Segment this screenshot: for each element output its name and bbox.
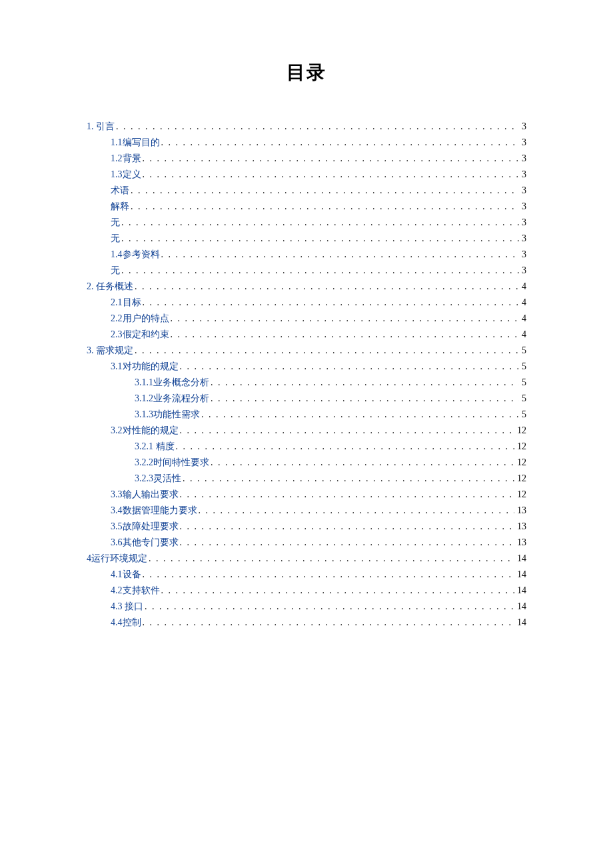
toc-entry[interactable]: 4.1设备14 xyxy=(87,567,526,583)
toc-entry[interactable]: 2.2用户的特点4 xyxy=(87,311,526,327)
toc-entry-page: 5 xyxy=(519,391,526,407)
toc-entry[interactable]: 3.2.2时间特性要求12 xyxy=(87,455,526,471)
toc-leader-dots xyxy=(133,279,519,295)
toc-entry-label: 3.5故障处理要求 xyxy=(111,519,179,535)
toc-entry-page: 12 xyxy=(514,455,526,471)
toc-entry[interactable]: 3.2.3灵活性12 xyxy=(87,471,526,487)
toc-entry-page: 13 xyxy=(514,535,526,551)
toc-entry[interactable]: 3.4数据管理能力要求13 xyxy=(87,503,526,519)
toc-entry[interactable]: 1. 引言3 xyxy=(87,119,526,135)
toc-entry[interactable]: 2.1目标4 xyxy=(87,295,526,311)
toc-entry[interactable]: 2.3假定和约束4 xyxy=(87,327,526,343)
toc-leader-dots xyxy=(141,567,515,583)
toc-leader-dots xyxy=(197,503,515,519)
toc-entry[interactable]: 无3 xyxy=(87,231,526,247)
toc-leader-dots xyxy=(179,359,520,375)
toc-entry-label: 2. 任务概述 xyxy=(87,279,133,295)
toc-entry-label: 4.2支持软件 xyxy=(111,583,160,599)
toc-entry-page: 13 xyxy=(514,503,526,519)
toc-entry-page: 5 xyxy=(519,359,526,375)
toc-leader-dots xyxy=(120,263,519,279)
toc-entry-page: 3 xyxy=(519,231,526,247)
toc-entry[interactable]: 4运行环境规定14 xyxy=(87,551,526,567)
toc-entry[interactable]: 4.3 接口14 xyxy=(87,599,526,615)
toc-leader-dots xyxy=(133,343,519,359)
toc-entry[interactable]: 3.5故障处理要求13 xyxy=(87,519,526,535)
toc-entry-page: 13 xyxy=(514,519,526,535)
toc-entry-label: 1.1编写目的 xyxy=(111,135,160,151)
toc-entry-page: 14 xyxy=(514,551,526,567)
toc-entry-label: 解释 xyxy=(111,199,129,215)
toc-entry[interactable]: 3.3输人输出要求12 xyxy=(87,487,526,503)
toc-entry[interactable]: 无3 xyxy=(87,263,526,279)
toc-entry[interactable]: 1.4参考资料3 xyxy=(87,247,526,263)
toc-entry[interactable]: 3.2对性能的规定12 xyxy=(87,423,526,439)
toc-entry-page: 12 xyxy=(514,439,526,455)
toc-leader-dots xyxy=(179,487,515,503)
toc-entry-page: 3 xyxy=(519,247,526,263)
toc-leader-dots xyxy=(120,231,519,247)
toc-leader-dots xyxy=(141,295,520,311)
toc-entry-label: 3.2.1 精度 xyxy=(135,439,175,455)
toc-leader-dots xyxy=(179,519,515,535)
toc-entry-page: 5 xyxy=(519,343,526,359)
toc-entry[interactable]: 3.2.1 精度12 xyxy=(87,439,526,455)
toc-entry-label: 4.4控制 xyxy=(111,615,141,631)
toc-entry-label: 4.1设备 xyxy=(111,567,141,583)
toc-entry[interactable]: 3.1.3功能性需求5 xyxy=(87,407,526,423)
toc-entry-page: 14 xyxy=(514,615,526,631)
toc-entry[interactable]: 3.1.2业务流程分析5 xyxy=(87,391,526,407)
toc-entry-page: 3 xyxy=(519,199,526,215)
table-of-contents: 1. 引言31.1编写目的31.2背景31.3定义3术语3解释3无3无31.4参… xyxy=(87,119,526,631)
toc-entry-page: 3 xyxy=(519,119,526,135)
toc-leader-dots xyxy=(209,391,519,407)
toc-entry-page: 12 xyxy=(514,423,526,439)
toc-entry[interactable]: 4.2支持软件14 xyxy=(87,583,526,599)
toc-leader-dots xyxy=(209,375,519,391)
toc-entry-label: 3.2.3灵活性 xyxy=(135,471,181,487)
toc-entry[interactable]: 3.1.1业务概念分析5 xyxy=(87,375,526,391)
toc-entry-label: 3.6其他专门要求 xyxy=(111,535,179,551)
toc-leader-dots xyxy=(169,311,520,327)
toc-entry[interactable]: 1.2背景3 xyxy=(87,151,526,167)
toc-entry-page: 3 xyxy=(519,167,526,183)
toc-leader-dots xyxy=(179,535,515,551)
toc-entry-label: 3.3输人输出要求 xyxy=(111,487,179,503)
toc-leader-dots xyxy=(141,615,515,631)
toc-entry-label: 无 xyxy=(111,231,120,247)
toc-entry-label: 3.1.2业务流程分析 xyxy=(135,391,209,407)
toc-entry-label: 无 xyxy=(111,263,120,279)
toc-entry-page: 4 xyxy=(519,295,526,311)
toc-entry-page: 3 xyxy=(519,215,526,231)
toc-leader-dots xyxy=(143,599,514,615)
toc-leader-dots xyxy=(179,423,515,439)
toc-entry-label: 术语 xyxy=(111,183,129,199)
toc-entry-label: 4.3 接口 xyxy=(111,599,143,615)
toc-entry[interactable]: 3.1对功能的规定5 xyxy=(87,359,526,375)
toc-entry[interactable]: 2. 任务概述4 xyxy=(87,279,526,295)
toc-entry[interactable]: 无3 xyxy=(87,215,526,231)
toc-entry-label: 3.1.1业务概念分析 xyxy=(135,375,209,391)
toc-entry[interactable]: 1.3定义3 xyxy=(87,167,526,183)
toc-entry-page: 5 xyxy=(519,375,526,391)
toc-entry-page: 3 xyxy=(519,263,526,279)
toc-entry-label: 3.4数据管理能力要求 xyxy=(111,503,197,519)
toc-entry-page: 3 xyxy=(519,135,526,151)
toc-leader-dots xyxy=(169,327,520,343)
toc-entry[interactable]: 3.6其他专门要求13 xyxy=(87,535,526,551)
toc-entry[interactable]: 解释3 xyxy=(87,199,526,215)
toc-entry-label: 2.2用户的特点 xyxy=(111,311,169,327)
toc-entry[interactable]: 4.4控制14 xyxy=(87,615,526,631)
toc-entry[interactable]: 3. 需求规定5 xyxy=(87,343,526,359)
toc-entry-page: 12 xyxy=(514,487,526,503)
toc-leader-dots xyxy=(160,247,520,263)
toc-leader-dots xyxy=(129,183,519,199)
toc-entry-page: 4 xyxy=(519,327,526,343)
toc-entry-label: 1.3定义 xyxy=(111,167,141,183)
toc-entry[interactable]: 1.1编写目的3 xyxy=(87,135,526,151)
toc-leader-dots xyxy=(160,583,515,599)
toc-entry-label: 3.1对功能的规定 xyxy=(111,359,179,375)
toc-entry-page: 4 xyxy=(519,279,526,295)
toc-entry[interactable]: 术语3 xyxy=(87,183,526,199)
toc-entry-label: 3.2对性能的规定 xyxy=(111,423,179,439)
